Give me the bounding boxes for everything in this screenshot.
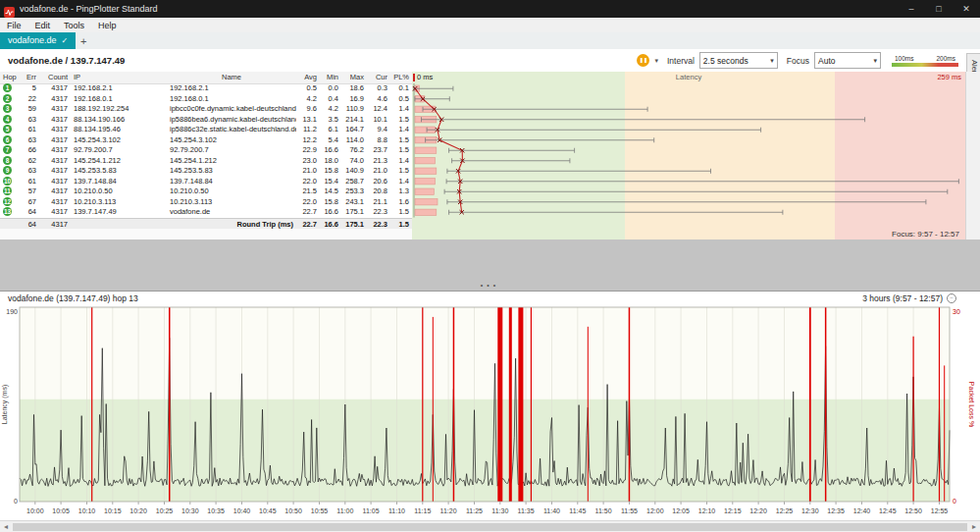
svg-text:12:40: 12:40 [853,507,871,514]
svg-text:30: 30 [953,308,960,315]
header-pl[interactable]: PL% [390,72,412,83]
hop-number: 2 [0,94,22,105]
max-ms-label: 259 ms [937,73,961,81]
focus-select[interactable]: Auto ▾ [814,52,881,69]
chevron-down-icon: ▾ [770,57,774,65]
cell-max: 110.9 [341,104,367,115]
cell-pl: 1.3 [390,186,412,197]
svg-text:10:00: 10:00 [26,507,44,514]
header-cur[interactable]: Cur [367,72,390,83]
target-bar: vodafone.de / 139.7.147.49 ❚❚ ▾ Interval… [0,49,980,73]
header-count[interactable]: Count [39,72,71,83]
cell-cur: 23.7 [367,145,390,156]
zoom-reset-icon[interactable]: − [947,293,956,303]
cell-ip: 88.134.195.46 [71,125,167,135]
header-min[interactable]: Min [320,72,341,83]
timeline-chart[interactable]: 10:0010:0510:1010:1510:2010:2510:3010:35… [0,305,980,521]
header-avg[interactable]: Avg [296,72,320,83]
cell-pl: 1.5 [390,135,412,146]
cell-count: 4317 [39,166,71,177]
timeline-range-label[interactable]: 3 hours (9:57 - 12:57) [862,293,943,303]
cell-min: 4.2 [320,104,341,115]
pane-splitter[interactable]: ••• [0,239,980,291]
cell-count: 4317 [39,156,71,167]
menu-tools[interactable]: Tools [57,21,91,30]
cell-cur: 21.0 [367,166,390,177]
cell-ip: 139.7.147.49 [71,207,167,218]
cell-name: ip5886bea6.dynamic.kabel-deutschland.de [167,115,296,126]
cell-name: 10.210.3.113 [167,197,296,208]
cell-cur: 20.6 [367,177,390,187]
svg-text:10:10: 10:10 [78,507,96,514]
cell-ip: 92.79.200.7 [71,145,167,156]
hop-number: 9 [0,166,22,177]
tab-label: vodafone.de [8,32,57,49]
menu-edit[interactable]: Edit [28,21,58,30]
cell-pl: 1.5 [390,166,412,177]
hop-badge: 7 [3,145,12,154]
table-row[interactable]: 8624317145.254.1.212145.254.1.21223.018.… [0,156,412,167]
menu-help[interactable]: Help [91,21,124,30]
scrollbar-thumb[interactable] [13,523,967,531]
header-max[interactable]: Max [341,72,367,83]
svg-text:12:55: 12:55 [931,507,949,514]
cell-cur: 8.8 [367,135,390,146]
latency-graph-header: 0 ms Latency 259 ms [412,72,965,83]
cell-name: 139.7.148.84 [167,177,296,187]
table-row[interactable]: 154317192.168.2.1192.168.2.10.50.018.60.… [0,83,412,94]
interval-select[interactable]: 2.5 seconds ▾ [699,52,778,69]
table-row[interactable]: 9634317145.253.5.83145.253.5.8321.015.81… [0,166,412,177]
cell-min: 15.4 [320,177,341,187]
hop-number: 8 [0,156,22,167]
tab-vodafone[interactable]: vodafone.de ✓ [0,32,76,49]
menu-file[interactable]: File [0,21,28,30]
table-row[interactable]: 561431788.134.195.46ip5886c32e.static.ka… [0,125,412,135]
header-name[interactable]: Name [167,72,296,83]
cell-err: 5 [22,83,39,94]
cell-cur: 21.3 [367,156,390,167]
cell-ip: 139.7.148.84 [71,177,167,187]
cell-cur: 21.1 [367,197,390,208]
scroll-right-arrow[interactable]: ▸ [968,521,980,532]
table-row[interactable]: 766431792.79.200.792.79.200.722.916.676.… [0,145,412,156]
maximize-button[interactable]: □ [925,0,953,18]
table-row[interactable]: 2224317192.168.0.1192.168.0.14.20.416.94… [0,94,412,105]
check-icon: ✓ [62,32,69,49]
cell-avg: 9.6 [296,104,320,115]
latency-gradient-bar [892,63,958,67]
table-row[interactable]: 1157431710.210.0.5010.210.0.5021.514.525… [0,186,412,197]
svg-text:11:20: 11:20 [440,507,457,514]
cell-avg: 0.5 [296,83,320,94]
table-row[interactable]: 463431788.134.190.166ip5886bea6.dynamic.… [0,115,412,126]
cell-min: 15.8 [320,166,341,177]
cell-min: 3.5 [320,115,341,126]
header-err[interactable]: Err [22,72,39,83]
horizontal-scrollbar[interactable]: ◂ ▸ [0,520,980,532]
splitter-handle-icon[interactable]: ••• [0,282,980,289]
close-button[interactable]: ✕ [953,0,980,18]
app-icon [4,4,15,15]
latency-graph: 0 ms Latency 259 ms Focus: 9:57 - 12:57 [412,72,965,239]
cell-ip: 145.254.3.102 [71,135,167,146]
table-row[interactable]: 1267431710.210.3.11310.210.3.11322.015.8… [0,197,412,208]
table-row[interactable]: 6634317145.254.3.102145.254.3.10212.25.4… [0,135,412,146]
header-hop[interactable]: Hop [0,72,22,83]
focus-label: Focus [787,56,809,66]
cell-count: 4317 [39,104,71,115]
cell-cur: 22.3 [367,207,390,218]
minimize-button[interactable]: – [898,0,925,18]
table-row[interactable]: 3594317188.192.192.254ipbcc0c0fe.dynamic… [0,104,412,115]
table-row[interactable]: 10614317139.7.148.84139.7.148.8422.015.4… [0,177,412,187]
header-ip[interactable]: IP [71,72,167,83]
hop-latency-chart [412,83,965,218]
scroll-left-arrow[interactable]: ◂ [0,521,12,532]
pause-button[interactable]: ❚❚ [637,54,649,67]
pause-dropdown-icon[interactable]: ▾ [654,57,658,65]
timeline-header: vodafone.de (139.7.147.49) hop 13 3 hour… [0,292,980,305]
new-tab-button[interactable]: + [76,33,91,49]
cell-name: 145.253.5.83 [167,166,296,177]
cell-cur: 12.4 [367,104,390,115]
table-row[interactable]: 13644317139.7.147.49vodafone.de22.716.61… [0,207,412,218]
cell-avg: 22.7 [296,207,320,218]
svg-text:12:15: 12:15 [724,507,742,514]
